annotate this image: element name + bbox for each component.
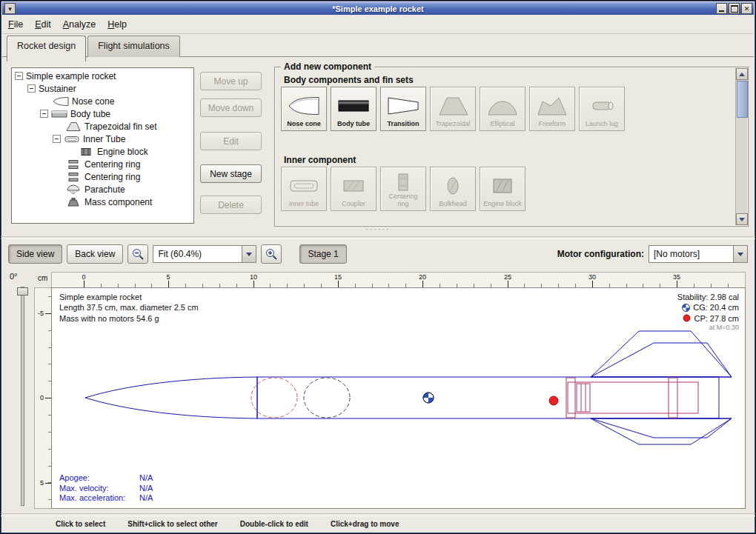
add-launch-lug-button[interactable]: Launch lug [579, 87, 625, 131]
add-nose-cone-button[interactable]: Nose cone [281, 87, 327, 131]
collapse-icon[interactable] [53, 135, 61, 143]
add-centering-ring-button[interactable]: Centering ring [380, 167, 426, 211]
ruler-tick-label: 10 [245, 273, 262, 281]
scrollbar-thumb[interactable] [737, 81, 748, 118]
minimize-button[interactable] [716, 3, 727, 14]
menu-help[interactable]: Help [102, 16, 133, 33]
engine-block-outline [577, 384, 590, 412]
tree-row-inner-tube[interactable]: Inner Tube [12, 133, 193, 145]
rotation-slider[interactable] [17, 287, 27, 506]
component-button-label: Bulkhead [439, 201, 467, 208]
rocket-figure-canvas[interactable]: Simple example rocket Length 37.5 cm, ma… [51, 287, 746, 509]
component-button-label: Nose cone [287, 121, 321, 128]
tree-row-engine-block[interactable]: Engine block [12, 145, 193, 158]
menu-bar: File Edit Analyze Help [2, 15, 754, 34]
body-tube-icon [337, 90, 370, 121]
stability-value: Stability: 2.98 cal [677, 292, 739, 302]
dropdown-arrow-icon[interactable] [242, 246, 256, 262]
delete-button[interactable]: Delete [200, 196, 262, 214]
tree-row-sustainer[interactable]: Sustainer [12, 82, 193, 95]
system-menu-icon[interactable]: ▾ [4, 3, 16, 14]
tree-label: Inner Tube [83, 134, 125, 144]
figure-mass-line: Mass with no motors 54.6 g [59, 313, 199, 324]
add-coupler-button[interactable]: Coupler [331, 167, 377, 211]
tree-label: Engine block [97, 147, 148, 157]
add-elliptical-fin-button[interactable]: Elliptical [480, 87, 525, 131]
engine-block-icon [486, 170, 519, 201]
ruler-tick [253, 281, 254, 287]
scroll-down-button[interactable] [736, 213, 748, 225]
add-freeform-fin-button[interactable]: Freeform [529, 87, 575, 131]
ruler-tick-label: 15 [329, 273, 347, 281]
ruler-tick [422, 281, 423, 287]
move-down-button[interactable]: Move down [200, 99, 262, 117]
edit-button[interactable]: Edit [200, 132, 262, 150]
move-up-button[interactable]: Move up [200, 72, 262, 90]
motor-configuration-label: Motor configuration: [557, 249, 644, 259]
title-bar[interactable]: ▾ *Simple example rocket ✕ [2, 2, 754, 15]
centering-ring-icon [387, 170, 420, 193]
ruler-tick-label: 0 [75, 273, 93, 281]
add-engine-block-button[interactable]: Engine block [480, 167, 525, 211]
ruler-tick-label: 25 [499, 273, 517, 281]
motor-configuration-combobox[interactable]: [No motors] [649, 245, 748, 263]
add-body-tube-button[interactable]: Body tube [331, 87, 377, 131]
menu-analyze[interactable]: Analyze [57, 16, 102, 33]
component-tree[interactable]: Simple example rocket Sustainer Nose con… [11, 67, 194, 224]
tree-label: Centering ring [84, 172, 140, 182]
side-view-button[interactable]: Side view [8, 244, 62, 264]
mach-note: at M=0.30 [677, 324, 739, 333]
tree-row-parachute[interactable]: Parachute [12, 183, 193, 196]
coupler-icon [337, 170, 370, 201]
fin-upper-projection [591, 343, 732, 377]
tree-row-nose-cone[interactable]: Nose cone [12, 95, 193, 107]
dropdown-arrow-icon[interactable] [733, 246, 747, 262]
close-button[interactable]: ✕ [741, 3, 752, 14]
menu-edit[interactable]: Edit [29, 16, 57, 33]
centering-ring-outline [669, 378, 677, 418]
collapse-icon[interactable] [15, 72, 23, 80]
ruler-tick [168, 281, 169, 287]
maximize-button[interactable] [729, 3, 740, 14]
add-bulkhead-button[interactable]: Bulkhead [430, 167, 476, 211]
add-transition-button[interactable]: Transition [380, 87, 426, 131]
stability-info: Stability: 2.98 cal CG: 20.4 cm CP: 27.8… [677, 292, 739, 333]
tab-rocket-design[interactable]: Rocket design [7, 36, 86, 61]
section-divider [1, 236, 755, 239]
body-tube-outline [257, 377, 719, 418]
collapse-icon[interactable] [27, 84, 36, 93]
tree-label: Parachute [84, 184, 125, 195]
component-panel-scrollbar[interactable] [735, 68, 747, 225]
tree-row-centering-ring-2[interactable]: Centering ring [12, 170, 193, 183]
tree-row-rocket[interactable]: Simple example rocket [12, 70, 193, 82]
stage-1-toggle[interactable]: Stage 1 [299, 244, 346, 264]
add-inner-tube-button[interactable]: Inner tube [281, 167, 327, 211]
body-tube-icon [51, 109, 67, 119]
tree-label: Nose cone [72, 96, 114, 107]
fin-lower-outline [591, 418, 732, 444]
slider-track[interactable] [21, 287, 24, 506]
nose-cone-icon [53, 96, 69, 107]
zoom-combobox[interactable]: Fit (60.4%) [153, 245, 256, 263]
collapse-icon[interactable] [40, 110, 48, 118]
ruler-tick [508, 281, 508, 287]
ruler-tick [45, 398, 51, 398]
menu-file[interactable]: File [2, 16, 29, 33]
tree-row-mass-component[interactable]: Mass component [12, 196, 193, 208]
tab-flight-simulations[interactable]: Flight simulations [87, 36, 180, 57]
tree-row-fin-set[interactable]: Trapezoidal fin set [12, 120, 193, 133]
slider-thumb[interactable] [17, 287, 28, 296]
new-stage-button[interactable]: New stage [200, 164, 262, 183]
tree-row-centering-ring-1[interactable]: Centering ring [12, 158, 193, 170]
ruler-tick-label: 20 [414, 273, 431, 281]
zoom-out-button[interactable] [127, 244, 148, 264]
cp-value: CP: 27.8 cm [694, 313, 739, 324]
splitter-handle[interactable]: ······ [1, 225, 755, 233]
zoom-in-button[interactable] [261, 244, 282, 264]
add-trapezoidal-fin-button[interactable]: Trapezoidal [430, 87, 476, 131]
tree-row-body-tube[interactable]: Body tube [12, 107, 193, 120]
add-component-panel: Add new component Body components and fi… [274, 67, 749, 227]
scroll-up-button[interactable] [736, 68, 748, 80]
back-view-button[interactable]: Back view [67, 244, 123, 264]
scroll-down-icon [739, 218, 745, 221]
